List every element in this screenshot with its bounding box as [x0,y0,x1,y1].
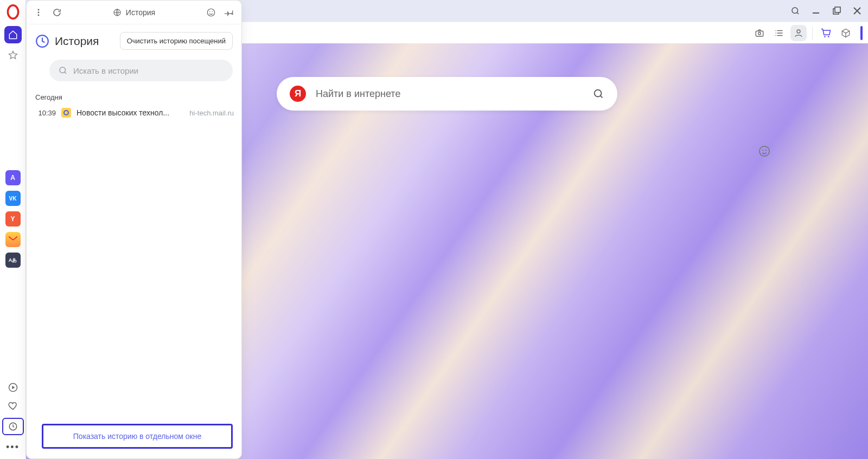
svg-point-19 [207,9,215,16]
sidebar-app-mail[interactable] [5,232,21,247]
svg-point-7 [758,32,761,35]
svg-point-10 [828,36,829,37]
player-icon[interactable] [7,381,20,394]
svg-point-11 [595,90,602,97]
history-item-title: Новости высоких технол... [76,108,184,117]
clear-history-button[interactable]: Очистить историю посещений [120,32,233,50]
cart-icon[interactable] [818,25,834,41]
sidebar-app-vk[interactable]: VK [5,191,21,206]
history-item-time: 10:39 [34,109,56,117]
search-icon[interactable] [592,88,604,100]
history-panel-header: История Очистить историю посещений [27,24,241,50]
svg-point-15 [38,9,40,10]
screenshot-icon[interactable] [751,25,768,41]
history-header-title: История [55,35,99,48]
maximize-icon[interactable] [831,5,842,16]
bookmarks-button[interactable] [4,47,22,64]
svg-point-21 [212,11,213,12]
sidebar-app-yandex[interactable]: Y [5,211,21,227]
cube-icon[interactable] [838,25,854,41]
toolbar-separator [812,27,813,40]
heart-icon[interactable] [7,399,20,412]
search-window-icon[interactable] [790,5,801,16]
panel-reload-icon[interactable] [50,6,63,19]
svg-point-16 [38,11,40,13]
settings-list-icon[interactable] [771,25,787,41]
history-panel: История История Очистить историю посещен… [26,0,242,459]
sidebar-app-translate[interactable]: Aあ [5,253,21,268]
history-search-input[interactable] [73,66,224,75]
history-sidebar-icon[interactable] [2,418,24,435]
history-section-today: Сегодня [27,81,241,105]
svg-point-13 [762,150,763,151]
clock-icon [35,34,49,48]
yandex-logo-icon: Я [290,86,306,102]
globe-icon [113,8,122,17]
left-sidebar: A VK Y Aあ ••• [0,0,26,459]
svg-point-17 [38,14,40,16]
history-item-host: hi-tech.mail.ru [189,109,234,117]
panel-top-title: История [126,8,155,17]
svg-point-9 [824,36,826,37]
main-search-pill[interactable]: Я [277,77,617,111]
svg-point-14 [765,150,767,151]
svg-rect-5 [835,7,840,12]
panel-menu-icon[interactable] [32,6,45,19]
svg-point-8 [797,30,800,33]
open-history-window-link[interactable]: Показать историю в отдельном окне [42,424,233,449]
history-panel-topbar: История [27,1,241,24]
opera-logo-icon [5,4,21,20]
emoji-icon[interactable] [758,145,770,159]
svg-point-0 [8,5,18,19]
sidebar-app-aria[interactable]: A [5,170,21,185]
svg-point-3 [792,8,798,14]
account-icon[interactable] [790,25,807,41]
svg-point-23 [60,67,66,73]
close-icon[interactable] [852,5,863,16]
minimize-icon[interactable] [810,5,821,16]
history-search[interactable] [49,60,233,81]
svg-point-20 [209,11,210,12]
panel-pin-icon[interactable] [223,6,236,19]
home-button[interactable] [4,26,22,43]
history-item[interactable]: 10:39 Новости высоких технол... hi-tech.… [27,105,241,121]
panel-title-wrap: История [69,8,199,17]
panel-emoji-icon[interactable] [205,6,218,19]
history-item-favicon [61,108,71,118]
color-indicator [860,26,863,40]
main-search-input[interactable] [316,88,592,100]
history-search-icon [58,66,68,75]
more-icon[interactable]: ••• [7,441,20,454]
svg-rect-6 [756,31,763,36]
svg-point-12 [760,146,769,156]
history-panel-footer: Показать историю в отдельном окне [27,424,241,458]
